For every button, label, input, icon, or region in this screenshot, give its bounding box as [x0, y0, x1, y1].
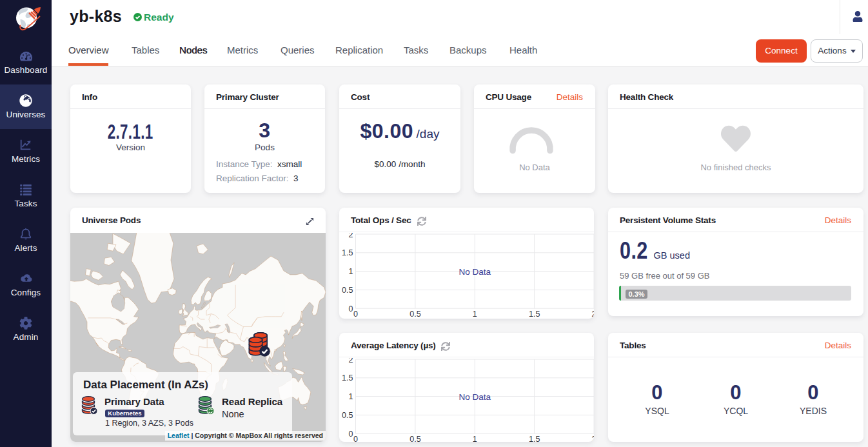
- svg-text:1: 1: [473, 310, 477, 319]
- svg-text:No Data: No Data: [459, 267, 491, 277]
- svg-text:0: 0: [353, 310, 358, 319]
- svg-text:0: 0: [349, 430, 353, 439]
- svg-text:2: 2: [592, 310, 594, 319]
- svg-text:2: 2: [349, 358, 353, 364]
- svg-text:1.5: 1.5: [529, 310, 540, 319]
- svg-text:0: 0: [349, 304, 353, 313]
- svg-text:1: 1: [473, 435, 477, 442]
- svg-text:0: 0: [353, 435, 358, 442]
- svg-text:1.5: 1.5: [342, 373, 353, 382]
- svg-text:1.5: 1.5: [529, 435, 540, 442]
- svg-text:0.5: 0.5: [342, 411, 353, 420]
- svg-text:1: 1: [349, 392, 353, 401]
- svg-text:2: 2: [349, 233, 353, 239]
- svg-text:0.5: 0.5: [409, 310, 420, 319]
- svg-text:1: 1: [349, 267, 353, 276]
- svg-text:1.5: 1.5: [342, 248, 353, 257]
- svg-text:2: 2: [592, 435, 594, 442]
- svg-text:No Data: No Data: [459, 392, 491, 402]
- svg-text:0.5: 0.5: [409, 435, 420, 442]
- svg-text:0.5: 0.5: [342, 286, 353, 295]
